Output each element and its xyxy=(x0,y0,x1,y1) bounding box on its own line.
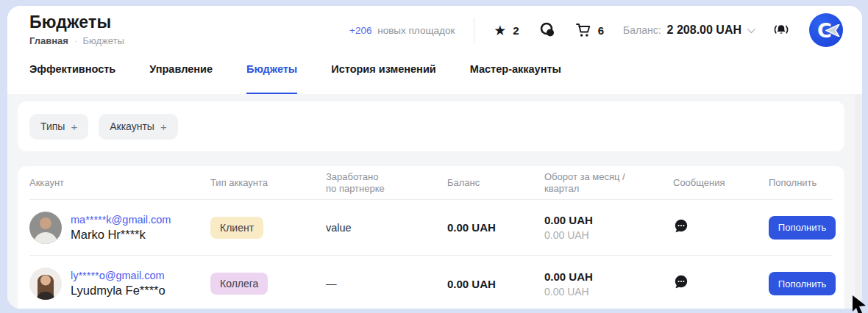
account-type-badge: Клиент xyxy=(210,217,263,239)
message-icon[interactable] xyxy=(673,274,689,290)
topbar-right: +206 новых площадок ★ 2 xyxy=(349,12,843,47)
turnover-quarter: 0.00 UAH xyxy=(544,286,673,298)
account-name: Marko Hr****k xyxy=(71,228,171,242)
table-row: ma*****k@gmail.com Marko Hr****k Клиент … xyxy=(29,200,833,256)
topbar: Бюджеты Главная · Бюджеты +206 новых пло… xyxy=(7,6,862,53)
favorites-counter[interactable]: ★ 2 xyxy=(494,24,519,37)
column-header-balance: Баланс xyxy=(447,177,544,189)
table-header-row: Аккаунт Тип аккаунта Заработанопо партне… xyxy=(29,166,833,200)
column-header-topup: Пополнить xyxy=(761,177,833,189)
column-header-turnover: Оборот за месяц /квартал xyxy=(544,171,673,195)
balance-cell: 0.00 UAH xyxy=(447,221,544,234)
breadcrumb: Главная · Бюджеты xyxy=(29,35,124,46)
accounts-filter-chip[interactable]: Аккаунты + xyxy=(99,114,178,140)
turnover-month: 0.00 UAH xyxy=(544,214,673,226)
accounts-table-card: Аккаунт Тип аккаунта Заработанопо партне… xyxy=(18,166,844,309)
logo-cursor-arrow-icon xyxy=(825,24,840,37)
breadcrumb-current: Бюджеты xyxy=(83,35,124,46)
plus-icon: + xyxy=(71,120,77,133)
account-email-link[interactable]: ma*****k@gmail.com xyxy=(71,214,171,226)
filters-card: Типы + Аккаунты + xyxy=(18,101,844,151)
earned-value: — xyxy=(326,278,447,289)
message-icon[interactable] xyxy=(673,218,689,234)
turnover-quarter: 0.00 UAH xyxy=(544,229,673,241)
chat-bubble-icon xyxy=(538,21,556,39)
chat-button[interactable] xyxy=(538,21,556,39)
cart-counter[interactable]: 6 xyxy=(575,22,604,38)
account-name: Lyudmyla Fe****o xyxy=(71,284,166,298)
column-header-messages: Сообщения xyxy=(673,177,761,189)
avatar xyxy=(29,212,62,244)
app-window: Бюджеты Главная · Бюджеты +206 новых пло… xyxy=(7,6,862,309)
tab-budgets[interactable]: Бюджеты xyxy=(246,63,297,94)
notifications-button[interactable] xyxy=(772,21,790,39)
new-sites-count: +206 xyxy=(349,25,371,36)
table-row: ly*****o@gmail.com Lyudmyla Fe****o Колл… xyxy=(29,256,833,309)
topup-button[interactable]: Пополнить xyxy=(769,216,836,240)
plus-icon: + xyxy=(160,120,167,133)
accounts-filter-label: Аккаунты xyxy=(110,120,154,132)
topbar-divider xyxy=(474,18,474,43)
desktop-background: { "page": { "title": "Бюджеты", "breadcr… xyxy=(0,0,868,313)
types-filter-chip[interactable]: Типы + xyxy=(29,114,88,140)
breadcrumb-home-link[interactable]: Главная xyxy=(29,35,68,46)
account-email-link[interactable]: ly*****o@gmail.com xyxy=(71,270,166,281)
balance-value: 2 208.00 UAH xyxy=(667,24,741,37)
balance-dropdown[interactable]: Баланс: 2 208.00 UAH xyxy=(623,24,753,37)
page-title: Бюджеты xyxy=(29,12,124,32)
balance-label: Баланс: xyxy=(623,24,661,36)
tab-management[interactable]: Управление xyxy=(149,63,213,94)
types-filter-label: Типы xyxy=(40,120,65,132)
tab-change-history[interactable]: История изменений xyxy=(331,63,435,94)
balance-cell: 0.00 UAH xyxy=(447,278,544,290)
topup-button[interactable]: Пополнить xyxy=(769,272,836,295)
favorites-count: 2 xyxy=(513,24,519,37)
chevron-down-icon xyxy=(747,25,755,33)
cart-icon xyxy=(575,22,591,38)
turnover-month: 0.00 UAH xyxy=(544,270,673,283)
column-header-earned: Заработанопо партнерке xyxy=(326,171,447,195)
account-type-badge: Коллега xyxy=(210,273,268,295)
cart-count: 6 xyxy=(598,24,604,37)
tab-master-accounts[interactable]: Мастер-аккаунты xyxy=(470,63,561,94)
ringing-bell-icon xyxy=(772,21,790,39)
app-logo[interactable]: C xyxy=(809,13,843,47)
mouse-cursor xyxy=(851,295,868,313)
title-block: Бюджеты Главная · Бюджеты xyxy=(29,12,124,46)
tab-effectiveness[interactable]: Эффективность xyxy=(29,63,115,94)
breadcrumb-separator: · xyxy=(74,37,77,46)
column-header-account: Аккаунт xyxy=(29,177,210,189)
star-icon: ★ xyxy=(494,24,506,37)
earned-value: value xyxy=(326,222,447,234)
scrollbar-track[interactable] xyxy=(855,94,862,309)
content-area: Типы + Аккаунты + Аккаунт Тип аккаунта З… xyxy=(7,94,862,309)
avatar xyxy=(29,267,62,300)
tab-bar: Эффективность Управление Бюджеты История… xyxy=(7,53,862,94)
new-sites-link[interactable]: +206 новых площадок xyxy=(349,25,455,36)
new-sites-label: новых площадок xyxy=(377,25,455,36)
column-header-account-type: Тип аккаунта xyxy=(210,177,326,189)
